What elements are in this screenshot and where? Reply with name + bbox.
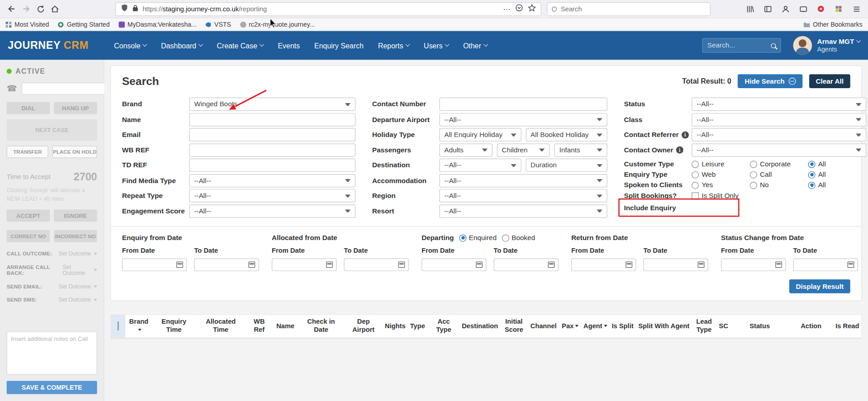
- status-change-from-date-input[interactable]: [721, 258, 786, 271]
- radio-call[interactable]: Call: [750, 171, 808, 179]
- home-icon[interactable]: [47, 2, 62, 15]
- radio-customer-all[interactable]: All: [808, 160, 867, 168]
- wb-ref-input[interactable]: [189, 143, 356, 156]
- hang-up-button[interactable]: HANG UP: [54, 102, 97, 114]
- correct-no-button[interactable]: CORRECT NO: [7, 230, 50, 242]
- email-input[interactable]: [189, 128, 356, 141]
- extensions-grid-icon[interactable]: [831, 2, 846, 15]
- contact-number-input[interactable]: [439, 98, 607, 111]
- nav-create-case[interactable]: Create Case: [217, 41, 263, 49]
- call-outcome-select[interactable]: Set Outcome: [59, 251, 97, 257]
- radio-no[interactable]: No: [750, 181, 808, 189]
- region-select[interactable]: --All--: [439, 189, 607, 202]
- screen-record-icon[interactable]: [814, 2, 828, 15]
- enquiry-to-date-input[interactable]: [194, 258, 259, 271]
- other-bookmarks[interactable]: Other Bookmarks: [803, 21, 863, 28]
- place-on-hold-button[interactable]: PLACE ON HOLD: [52, 146, 97, 158]
- nav-users[interactable]: Users: [424, 41, 449, 49]
- forward-icon[interactable]: [19, 2, 33, 15]
- bookmark-most-visited[interactable]: Most Visited: [5, 21, 49, 28]
- page-actions-icon[interactable]: ⋯: [503, 5, 510, 13]
- accept-button[interactable]: ACCEPT: [7, 210, 50, 222]
- save-complete-button[interactable]: SAVE & COMPLETE: [7, 381, 97, 394]
- lock-icon[interactable]: [132, 4, 139, 14]
- send-email-select[interactable]: Set Outcome: [59, 283, 97, 289]
- calendar-icon[interactable]: [398, 262, 405, 268]
- user-avatar[interactable]: [793, 36, 812, 55]
- engagement-score-select[interactable]: --All--: [189, 204, 356, 217]
- bookmark-vsts[interactable]: VSTS: [205, 21, 231, 28]
- booked-holiday-select[interactable]: All Booked Holiday: [526, 128, 607, 141]
- bookmark-rc2x[interactable]: rc2x-myquote.journey...: [240, 21, 315, 28]
- nav-reports[interactable]: Reports: [378, 41, 409, 49]
- repeat-type-select[interactable]: --All--: [189, 189, 356, 202]
- calendar-icon[interactable]: [698, 262, 705, 268]
- enquiry-from-date-input[interactable]: [122, 258, 187, 271]
- transfer-button[interactable]: TRANSFER: [7, 146, 48, 158]
- pocket-icon[interactable]: [515, 4, 523, 14]
- children-select[interactable]: Children: [497, 143, 550, 156]
- accommodation-select[interactable]: --All--: [439, 174, 607, 187]
- hide-search-button[interactable]: Hide Search: [738, 74, 802, 88]
- allocated-to-date-input[interactable]: [344, 258, 408, 271]
- radio-spoken-all[interactable]: All: [808, 181, 867, 189]
- address-bar[interactable]: https://staging.journey-crm.co.uk/report…: [115, 2, 541, 16]
- calendar-icon[interactable]: [476, 262, 483, 268]
- infants-select[interactable]: Infants: [554, 143, 607, 156]
- nav-dashboard[interactable]: Dashboard: [161, 41, 202, 49]
- back-icon[interactable]: [5, 2, 19, 15]
- adults-select[interactable]: Adults: [439, 143, 492, 156]
- return-to-date-input[interactable]: [643, 258, 708, 271]
- departure-airport-select[interactable]: --All--: [439, 113, 607, 126]
- calendar-icon[interactable]: [248, 262, 255, 268]
- send-sms-select[interactable]: Set Outcome: [59, 297, 97, 302]
- td-ref-input[interactable]: [189, 159, 356, 172]
- col-agent[interactable]: Agent: [581, 315, 609, 337]
- bookmark-star-icon[interactable]: [528, 4, 536, 14]
- display-result-button[interactable]: Display Result: [789, 279, 850, 293]
- radio-enquired[interactable]: Enquired: [460, 234, 497, 241]
- browser-search[interactable]: [547, 2, 711, 16]
- duration-select[interactable]: Duration: [526, 159, 607, 172]
- radio-enquiry-all[interactable]: All: [808, 171, 867, 179]
- radio-corporate[interactable]: Corporate: [750, 160, 808, 168]
- crm-search-input[interactable]: [707, 42, 763, 49]
- bookmark-getting-started[interactable]: Getting Started: [58, 21, 109, 28]
- calendar-icon[interactable]: [626, 262, 632, 268]
- nav-events[interactable]: Events: [278, 41, 300, 49]
- search-icon[interactable]: [771, 43, 776, 48]
- name-input[interactable]: [189, 113, 356, 126]
- departing-from-date-input[interactable]: [422, 258, 486, 271]
- contact-referrer-select[interactable]: --All--: [692, 128, 866, 141]
- status-select[interactable]: --All--: [692, 98, 866, 111]
- is-split-only-checkbox[interactable]: Is Split Only: [692, 192, 739, 199]
- allocated-from-date-input[interactable]: [272, 258, 337, 271]
- destination-select[interactable]: --All--: [439, 159, 521, 172]
- next-case-button[interactable]: NEXT CASE: [7, 119, 97, 141]
- resort-select[interactable]: --All--: [439, 204, 607, 217]
- departing-to-date-input[interactable]: [493, 258, 558, 271]
- crm-search-box[interactable]: [702, 38, 781, 53]
- info-icon[interactable]: [676, 146, 683, 154]
- shield-icon[interactable]: [121, 4, 128, 14]
- find-media-type-select[interactable]: --All--: [189, 174, 356, 187]
- reload-icon[interactable]: [33, 2, 48, 15]
- browser-search-input[interactable]: [561, 5, 706, 13]
- menu-hamburger-icon[interactable]: [849, 2, 863, 15]
- contact-owner-select[interactable]: --All--: [692, 143, 866, 156]
- info-icon[interactable]: [682, 131, 689, 138]
- radio-yes[interactable]: Yes: [692, 181, 750, 189]
- calendar-icon[interactable]: [775, 262, 782, 268]
- return-from-date-input[interactable]: [571, 258, 636, 271]
- calendar-icon[interactable]: [326, 262, 333, 268]
- arrange-callback-select[interactable]: Set Outcome: [62, 264, 97, 276]
- calendar-icon[interactable]: [548, 262, 555, 268]
- phone-number-input[interactable]: [21, 83, 108, 95]
- enquiry-holiday-select[interactable]: All Enquiry Holiday: [439, 128, 521, 141]
- app-logo[interactable]: JOURNEY CRM: [8, 39, 89, 52]
- col-pax[interactable]: Pax: [559, 315, 581, 337]
- class-select[interactable]: --All--: [692, 113, 866, 126]
- account-icon[interactable]: [778, 2, 792, 15]
- select-all-checkbox[interactable]: [118, 321, 119, 330]
- calendar-icon[interactable]: [176, 262, 183, 268]
